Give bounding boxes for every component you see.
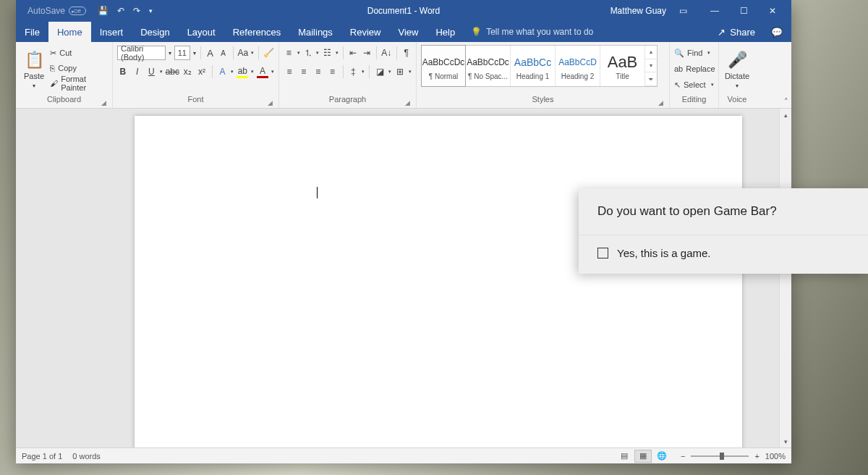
tab-mailings[interactable]: Mailings xyxy=(289,22,341,42)
decrease-indent-icon[interactable]: ⇤ xyxy=(348,46,359,59)
zoom-slider[interactable] xyxy=(691,455,749,457)
brush-icon: 🖌 xyxy=(50,79,58,88)
style-normal[interactable]: AaBbCcDc ¶ Normal xyxy=(421,45,466,87)
collapse-ribbon-icon[interactable]: ˄ xyxy=(784,97,788,106)
page-indicator[interactable]: Page 1 of 1 xyxy=(22,452,62,461)
vertical-scrollbar[interactable]: ▴ ▾ xyxy=(779,109,791,447)
zoom-in-icon[interactable]: + xyxy=(754,452,759,461)
underline-icon[interactable]: U xyxy=(146,65,158,78)
dialog-launcher-icon[interactable]: ◢ xyxy=(268,99,273,106)
save-icon[interactable]: 💾 xyxy=(98,6,109,16)
group-font: Calibri (Body) ▾ 11 ▾ A A Aa▾ 🧹 B I U▾ xyxy=(113,42,279,108)
tab-help[interactable]: Help xyxy=(427,22,464,42)
numbering-icon[interactable]: ⒈ xyxy=(303,46,314,59)
tell-me-search[interactable]: 💡 Tell me what you want to do xyxy=(471,22,593,42)
tab-design[interactable]: Design xyxy=(132,22,178,42)
quick-access-toolbar: 💾 ↶ ↷ ▾ xyxy=(98,6,153,16)
ribbon: 📋 Paste ▾ ✂Cut ⎘Copy 🖌Format Painter Cli… xyxy=(16,42,791,109)
justify-icon[interactable]: ≡ xyxy=(327,65,339,78)
document-area: ▴ ▾ xyxy=(16,109,791,447)
styles-more-button[interactable]: ▴▾⏷ xyxy=(645,46,657,86)
tell-me-placeholder: Tell me what you want to do xyxy=(486,27,593,37)
chevron-down-icon[interactable]: ▾ xyxy=(169,50,171,56)
highlight-icon[interactable]: ab xyxy=(237,65,248,78)
minimize-icon[interactable]: — xyxy=(700,0,729,22)
redo-icon[interactable]: ↷ xyxy=(133,6,140,16)
game-bar-question: Do you want to open Game Bar? xyxy=(579,188,868,235)
multilevel-list-icon[interactable]: ☷ xyxy=(322,46,333,59)
style-heading-1[interactable]: AaBbCc Heading 1 xyxy=(511,46,556,86)
close-icon[interactable]: ✕ xyxy=(758,0,787,22)
superscript-icon[interactable]: x² xyxy=(196,65,208,78)
word-count[interactable]: 0 words xyxy=(72,452,101,461)
line-spacing-icon[interactable]: ‡ xyxy=(347,65,359,78)
tab-layout[interactable]: Layout xyxy=(179,22,224,42)
user-name[interactable]: Matthew Guay xyxy=(610,6,666,16)
share-button[interactable]: ↗ Share xyxy=(710,22,762,42)
align-center-icon[interactable]: ≡ xyxy=(298,65,310,78)
tab-home[interactable]: Home xyxy=(48,22,91,42)
show-paragraph-marks-icon[interactable]: ¶ xyxy=(401,46,412,59)
copy-button[interactable]: ⎘Copy xyxy=(50,62,108,75)
bold-icon[interactable]: B xyxy=(117,65,129,78)
dictate-button[interactable]: 🎤 Dictate ▾ xyxy=(723,45,751,95)
tab-review[interactable]: Review xyxy=(341,22,390,42)
scroll-up-icon[interactable]: ▴ xyxy=(780,109,791,121)
font-color-icon[interactable]: A xyxy=(257,65,268,78)
bullets-icon[interactable]: ≡ xyxy=(284,46,294,59)
align-right-icon[interactable]: ≡ xyxy=(312,65,324,78)
strikethrough-icon[interactable]: abc xyxy=(166,65,179,78)
text-effects-icon[interactable]: A xyxy=(217,65,229,78)
subscript-icon[interactable]: x₂ xyxy=(182,65,193,78)
find-button[interactable]: 🔍Find▾ xyxy=(674,46,715,59)
chevron-down-icon[interactable]: ▾ xyxy=(193,50,196,56)
shading-icon[interactable]: ◪ xyxy=(374,65,386,78)
sort-icon[interactable]: A↓ xyxy=(381,46,392,59)
checkbox-icon[interactable] xyxy=(597,248,608,258)
zoom-level[interactable]: 100% xyxy=(765,452,786,461)
cursor-icon: ↖ xyxy=(674,80,681,90)
ribbon-tabs: File Home Insert Design Layout Reference… xyxy=(16,22,791,42)
change-case-icon[interactable]: Aa xyxy=(238,46,249,59)
style-no-spacing[interactable]: AaBbCcDc ¶ No Spac... xyxy=(466,46,511,86)
ribbon-display-options-icon[interactable]: ▭ xyxy=(679,6,687,16)
page-canvas[interactable] xyxy=(135,116,742,447)
borders-icon[interactable]: ⊞ xyxy=(394,65,406,78)
format-painter-button[interactable]: 🖌Format Painter xyxy=(50,77,108,90)
dialog-launcher-icon[interactable]: ◢ xyxy=(101,99,106,106)
font-name-combo[interactable]: Calibri (Body) xyxy=(117,46,166,60)
style-heading-2[interactable]: AaBbCcD Heading 2 xyxy=(556,46,600,86)
increase-indent-icon[interactable]: ⇥ xyxy=(361,46,372,59)
tab-file[interactable]: File xyxy=(16,22,48,42)
grow-font-icon[interactable]: A xyxy=(205,46,215,59)
clear-formatting-icon[interactable]: 🧹 xyxy=(263,46,274,59)
tab-insert[interactable]: Insert xyxy=(91,22,132,42)
italic-icon[interactable]: I xyxy=(132,65,143,78)
shrink-font-icon[interactable]: A xyxy=(218,46,229,59)
select-button[interactable]: ↖Select▾ xyxy=(674,78,715,91)
style-title[interactable]: AaB Title xyxy=(600,46,645,86)
comments-button[interactable]: 💬 xyxy=(762,22,791,42)
styles-gallery[interactable]: AaBbCcDc ¶ Normal AaBbCcDc ¶ No Spac... … xyxy=(421,45,658,87)
customize-qat-icon[interactable]: ▾ xyxy=(149,7,153,14)
replace-button[interactable]: abReplace xyxy=(674,62,715,75)
scroll-down-icon[interactable]: ▾ xyxy=(780,435,791,447)
undo-icon[interactable]: ↶ xyxy=(117,6,124,16)
align-left-icon[interactable]: ≡ xyxy=(284,65,295,78)
tab-view[interactable]: View xyxy=(389,22,427,42)
chevron-down-icon: ▾ xyxy=(736,83,739,89)
clipboard-icon: 📋 xyxy=(25,51,44,70)
tab-references[interactable]: References xyxy=(224,22,289,42)
font-size-combo[interactable]: 11 xyxy=(174,46,190,60)
maximize-icon[interactable]: ☐ xyxy=(729,0,758,22)
zoom-out-icon[interactable]: − xyxy=(681,452,685,461)
game-bar-checkbox-row[interactable]: Yes, this is a game. xyxy=(579,235,868,274)
cut-button[interactable]: ✂Cut xyxy=(50,46,108,59)
read-mode-icon[interactable]: ▤ xyxy=(616,450,633,463)
print-layout-icon[interactable]: ▦ xyxy=(634,450,652,463)
paste-button[interactable]: 📋 Paste ▾ xyxy=(20,45,48,95)
web-layout-icon[interactable]: 🌐 xyxy=(653,450,671,463)
autosave-toggle[interactable]: AutoSave ● Off xyxy=(23,6,90,16)
dialog-launcher-icon[interactable]: ◢ xyxy=(658,99,663,106)
dialog-launcher-icon[interactable]: ◢ xyxy=(405,99,410,106)
